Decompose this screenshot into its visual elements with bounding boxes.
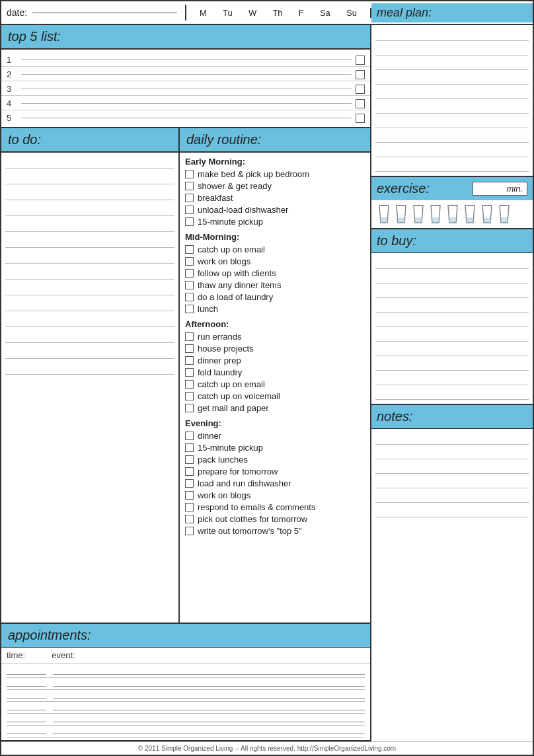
day-M[interactable]: M [200, 8, 207, 18]
day-W[interactable]: W [248, 8, 256, 18]
appt-row [7, 714, 365, 726]
routine-checkbox[interactable] [185, 432, 194, 440]
day-Sa[interactable]: Sa [320, 8, 330, 18]
routine-item: pick out clothes for tomorrow [185, 514, 365, 524]
top5-checkbox-3[interactable] [356, 85, 365, 94]
top5-checkbox-2[interactable] [356, 70, 365, 79]
routine-checkbox[interactable] [185, 305, 194, 313]
todo-line [5, 203, 174, 216]
todo-line [5, 266, 174, 280]
routine-item: write out tomorrow's "top 5" [185, 526, 365, 536]
top5-checkbox-5[interactable] [356, 114, 365, 123]
top5-num-1: 1 [7, 55, 17, 65]
routine-checkbox[interactable] [185, 293, 194, 301]
routine-item: follow up with clients [185, 268, 365, 278]
routine-checkbox[interactable] [185, 356, 194, 365]
water-glass-7[interactable] [480, 204, 494, 224]
appointments-labels: time: event: [1, 648, 370, 663]
routine-item-text: make bed & pick up bedroom [198, 169, 309, 179]
tobuy-line [375, 314, 529, 327]
routine-checkbox[interactable] [185, 344, 194, 353]
water-glass-1[interactable] [377, 204, 391, 224]
routine-checkbox[interactable] [185, 467, 194, 476]
header-days: M Tu W Th F Sa Su [186, 8, 371, 18]
routine-item-text: work on blogs [198, 490, 250, 500]
exercise-min-input[interactable] [477, 184, 504, 194]
appt-row [7, 666, 365, 678]
routine-item: dinner [185, 431, 365, 441]
water-glass-4[interactable] [428, 204, 443, 224]
todo-line [5, 282, 174, 295]
notes-title: notes: [377, 409, 412, 424]
appt-time-line [7, 734, 46, 734]
tobuy-line [375, 328, 529, 342]
routine-checkbox[interactable] [185, 182, 194, 190]
routine-checkbox[interactable] [185, 515, 194, 523]
appointments-rows [1, 663, 370, 740]
routine-checkbox[interactable] [185, 206, 194, 214]
top5-header: top 5 list: [1, 25, 370, 50]
routine-title: daily routine: [186, 132, 261, 147]
routine-item-text: thaw any dinner items [198, 280, 281, 290]
svg-rect-5 [467, 217, 473, 222]
top5-line-4 [21, 103, 352, 104]
routine-item: run errands [185, 332, 365, 342]
meal-plan-line [375, 86, 529, 99]
routine-checkbox[interactable] [185, 392, 194, 400]
todo-body [1, 153, 180, 623]
routine-item: lunch [185, 304, 365, 314]
water-glass-6[interactable] [463, 204, 477, 224]
meal-plan-line [375, 28, 529, 41]
top5-num-3: 3 [7, 84, 17, 94]
routine-item: 15-minute pickup [185, 217, 365, 227]
top5-line-1 [21, 59, 352, 60]
routine-checkbox[interactable] [185, 269, 194, 278]
routine-item: dinner prep [185, 356, 365, 365]
day-Th[interactable]: Th [272, 8, 282, 18]
water-glass-5[interactable] [445, 204, 460, 224]
notes-line [375, 461, 529, 474]
routine-item-text: run errands [198, 332, 241, 342]
routine-checkbox[interactable] [185, 527, 194, 535]
tobuy-line [375, 343, 529, 356]
event-label: event: [52, 650, 75, 660]
day-F[interactable]: F [299, 8, 304, 18]
routine-item: catch up on email [185, 245, 365, 254]
routine-checkbox[interactable] [185, 503, 194, 511]
routine-checkbox[interactable] [185, 245, 194, 254]
routine-checkbox[interactable] [185, 479, 194, 488]
routine-checkbox[interactable] [185, 455, 194, 464]
routine-checkbox[interactable] [185, 491, 194, 500]
header-row: date: M Tu W Th F Sa Su meal plan: [1, 1, 533, 25]
top5-checkbox-1[interactable] [356, 56, 365, 65]
routine-checkbox[interactable] [185, 380, 194, 389]
routine-checkbox[interactable] [185, 281, 194, 289]
routine-checkbox[interactable] [185, 170, 194, 178]
todo-header: to do: [1, 128, 180, 151]
day-Su[interactable]: Su [346, 8, 357, 18]
routine-checkbox[interactable] [185, 368, 194, 377]
water-glass-8[interactable] [497, 204, 512, 224]
todo-line [5, 298, 174, 311]
appt-event-line [53, 734, 365, 734]
routine-checkbox[interactable] [185, 217, 194, 226]
appt-row [7, 726, 365, 737]
routine-checkbox[interactable] [185, 443, 194, 452]
footer-text: © 2011 Simple Organized Living -- All ri… [138, 745, 396, 752]
top5-num-2: 2 [7, 69, 17, 79]
tobuy-line [375, 358, 529, 371]
routine-item: load and run dishwasher [185, 478, 365, 488]
svg-rect-6 [484, 217, 490, 222]
day-Tu[interactable]: Tu [223, 8, 233, 18]
top5-checkbox-4[interactable] [356, 99, 365, 108]
routine-checkbox[interactable] [185, 257, 194, 266]
routine-item-text: write out tomorrow's "top 5" [198, 526, 302, 536]
routine-checkbox[interactable] [185, 404, 194, 412]
routine-item: get mail and paper [185, 403, 365, 413]
water-glass-2[interactable] [394, 204, 408, 224]
water-glass-3[interactable] [411, 204, 426, 224]
routine-checkbox[interactable] [185, 194, 194, 202]
svg-rect-4 [449, 217, 456, 222]
routine-checkbox[interactable] [185, 332, 194, 341]
routine-item-text: work on blogs [198, 256, 250, 266]
